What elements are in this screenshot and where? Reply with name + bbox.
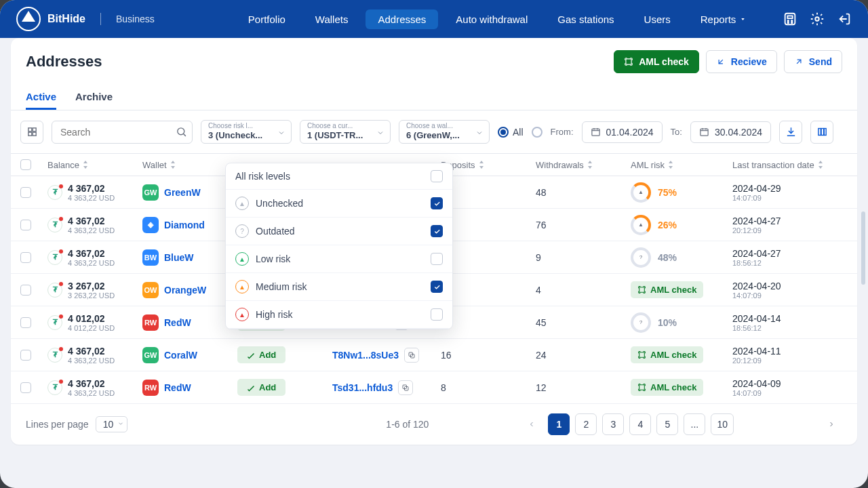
row-checkbox[interactable]	[20, 187, 31, 198]
nav-portfolio[interactable]: Portfolio	[236, 9, 298, 29]
row-checkbox[interactable]	[20, 285, 31, 296]
brand-logo	[16, 7, 41, 31]
page-2[interactable]: 2	[575, 413, 597, 435]
date-from[interactable]: 01.04.2024	[582, 121, 663, 143]
tab-archive[interactable]: Archive	[75, 85, 113, 110]
wallet-name[interactable]: RedW	[164, 317, 191, 328]
scan-icon	[624, 57, 633, 66]
wallet-name[interactable]: CoralW	[164, 350, 197, 361]
row-checkbox[interactable]	[20, 382, 31, 393]
checkbox[interactable]	[431, 225, 443, 237]
col-aml[interactable]: AML risk	[631, 160, 732, 170]
brand-sub: Business	[116, 14, 155, 24]
copy-button[interactable]	[398, 380, 413, 395]
risk-select[interactable]: Choose risk l... 3 (Uncheck...	[201, 120, 292, 144]
wallet-select[interactable]: Choose a wal... 6 (GreenW,...	[399, 120, 490, 144]
svg-rect-16	[701, 129, 708, 136]
tab-active[interactable]: Active	[26, 85, 56, 110]
checkbox[interactable]	[431, 170, 443, 182]
pagination-info: 1-6 of 120	[386, 419, 429, 430]
nav-users[interactable]: Users	[632, 9, 683, 29]
address-value[interactable]: T8Nw1...8sUe3	[332, 350, 399, 361]
aml-check-chip[interactable]: AML check	[631, 346, 703, 363]
export-button[interactable]	[779, 121, 802, 144]
copy-button[interactable]	[404, 348, 419, 363]
page-5[interactable]: 5	[656, 413, 678, 435]
add-label-button[interactable]: Add	[237, 346, 285, 363]
table-row: ₮4 367,024 363,22 USDGWCoralWAddT8Nw1...…	[11, 339, 857, 371]
page-1[interactable]: 1	[548, 413, 570, 435]
aml-check-button[interactable]: AML check	[614, 50, 699, 73]
columns-button[interactable]	[810, 121, 833, 144]
filter-range-radio[interactable]	[532, 127, 542, 138]
checkbox[interactable]	[431, 308, 443, 321]
col-balance[interactable]: Balance	[47, 160, 142, 170]
row-checkbox[interactable]	[20, 252, 31, 263]
page-4[interactable]: 4	[629, 413, 651, 435]
nav-wallets[interactable]: Wallets	[303, 9, 361, 29]
col-deposits[interactable]: Deposits	[441, 160, 536, 170]
logout-icon[interactable]	[837, 12, 852, 26]
wallet-name[interactable]: Diamond	[164, 220, 205, 230]
dropdown-item[interactable]: ▲Unchecked	[226, 190, 452, 218]
nav-auto-withdrawal[interactable]: Auto withdrawal	[443, 9, 540, 29]
calculator-icon[interactable]	[783, 12, 797, 26]
checkbox[interactable]	[431, 281, 443, 293]
balance-amount: 4 367,02	[68, 378, 115, 389]
search-field[interactable]	[52, 121, 193, 144]
select-all-checkbox[interactable]	[20, 159, 31, 170]
wallet-name[interactable]: BlueW	[164, 252, 194, 263]
dropdown-item[interactable]: ?Outdated	[226, 218, 452, 245]
aml-check-chip[interactable]: AML check	[631, 281, 703, 298]
svg-rect-17	[818, 129, 821, 136]
filter-all-radio[interactable]: All	[498, 127, 524, 138]
date-to[interactable]: 30.04.2024	[690, 121, 771, 143]
currency-select[interactable]: Choose a cur... 1 (USDT-TR...	[300, 120, 391, 144]
col-withdrawals[interactable]: Withdrawals	[536, 160, 631, 170]
dropdown-item[interactable]: ▲Medium risk	[226, 273, 452, 301]
scrollbar[interactable]	[861, 211, 865, 285]
calendar-icon	[591, 127, 601, 137]
send-icon	[794, 57, 804, 66]
checkbox[interactable]	[431, 253, 443, 265]
svg-rect-9	[626, 59, 631, 64]
row-checkbox[interactable]	[20, 220, 31, 230]
aml-check-chip[interactable]: AML check	[631, 379, 703, 396]
settings-icon[interactable]	[810, 12, 825, 26]
send-button[interactable]: Send	[784, 50, 842, 73]
dropdown-all-risk[interactable]: All risk levels	[226, 163, 452, 190]
col-wallet[interactable]: Wallet	[142, 160, 237, 170]
balance-amount: 4 367,02	[68, 216, 115, 226]
address-value[interactable]: Tsd31...hfdu3	[332, 382, 393, 393]
chevron-down-icon	[376, 129, 384, 137]
wallet-name[interactable]: OrangeW	[164, 285, 206, 296]
page-3[interactable]: 3	[602, 413, 624, 435]
wallet-name[interactable]: RedW	[164, 382, 191, 393]
row-checkbox[interactable]	[20, 317, 31, 328]
page-next[interactable]	[821, 413, 842, 435]
dropdown-item[interactable]: ▲High risk	[226, 301, 452, 329]
page-...[interactable]: ...	[684, 413, 705, 435]
col-last[interactable]: Last transaction date	[732, 160, 834, 170]
search-input[interactable]	[52, 121, 193, 144]
lines-per-page-select[interactable]: 10	[96, 416, 128, 432]
dropdown-item[interactable]: ▲Low risk	[226, 245, 452, 273]
balance-sub: 4 363,22 USD	[68, 226, 115, 235]
wallet-name[interactable]: GreenW	[164, 187, 201, 198]
risk-value: 10%	[658, 317, 677, 328]
add-label-button[interactable]: Add	[237, 379, 285, 396]
balance-sub: 4 363,22 USD	[68, 259, 115, 267]
coin-icon: ₮	[47, 348, 62, 363]
page-prev[interactable]	[521, 413, 542, 435]
nav-addresses[interactable]: Addresses	[366, 9, 438, 29]
table-row: ₮4 367,024 363,22 USDRWRedWAddTsd31...hf…	[11, 371, 857, 404]
wallet-icon: OW	[142, 282, 159, 298]
deposits-value: 2	[441, 252, 536, 263]
page-10[interactable]: 10	[711, 413, 734, 435]
checkbox[interactable]	[431, 197, 443, 209]
receive-button[interactable]: Recieve	[706, 50, 777, 73]
row-checkbox[interactable]	[20, 350, 31, 361]
nav-reports[interactable]: Reports	[688, 9, 759, 29]
nav-gas-stations[interactable]: Gas stations	[545, 9, 626, 29]
filter-layout-button[interactable]	[20, 121, 43, 144]
